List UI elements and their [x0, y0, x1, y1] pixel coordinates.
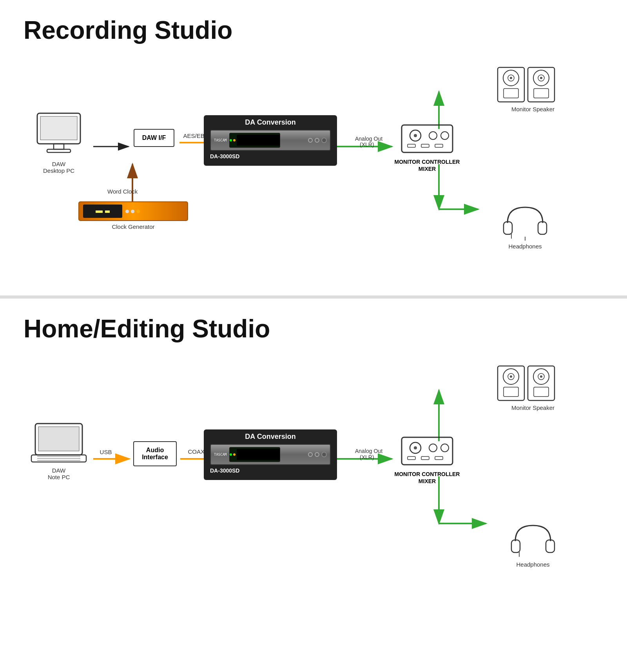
- headphones-label-2: Headphones: [516, 561, 549, 568]
- home-editing-studio-section: Home/Editing Studio USB COAXIAL: [0, 299, 627, 594]
- monitor-controller-1: MONITOR CONTROLLERMIXER: [392, 123, 462, 172]
- svg-rect-36: [534, 89, 549, 98]
- recording-studio-title: Recording Studio: [24, 16, 603, 45]
- audio-interface-box: AudioInterface: [129, 441, 181, 466]
- recording-studio-section: Recording Studio: [0, 0, 627, 295]
- svg-point-63: [429, 444, 437, 452]
- svg-rect-17: [54, 144, 64, 149]
- mixer-icon-1: [400, 123, 455, 158]
- da-conversion-title-2: DA Conversion: [210, 433, 331, 441]
- svg-rect-72: [504, 387, 518, 397]
- recording-studio-diagram: AES/EBU Word Clock Analog Out (XLR): [24, 60, 603, 280]
- svg-rect-26: [435, 144, 443, 147]
- svg-text:USB: USB: [100, 449, 112, 455]
- svg-point-21: [414, 134, 417, 137]
- headphones-icon-2: [509, 520, 556, 559]
- daw-desktop-pc: DAWDesktop PC: [27, 111, 90, 174]
- monitor-speaker-label-2: Monitor Speaker: [511, 404, 555, 411]
- svg-rect-16: [40, 116, 77, 140]
- monitor-ctrl-label-2: MONITOR CONTROLLERMIXER: [395, 471, 460, 485]
- svg-point-64: [441, 444, 449, 452]
- daw-if-label: DAW I/F: [134, 129, 174, 147]
- svg-rect-67: [435, 456, 443, 460]
- svg-point-35: [540, 77, 542, 79]
- svg-rect-24: [408, 144, 415, 147]
- home-editing-title: Home/Editing Studio: [24, 314, 603, 343]
- monitor-speaker-label-1: Monitor Speaker: [511, 106, 555, 112]
- da-device-label-2: DA-3000SD: [210, 467, 331, 474]
- svg-rect-65: [408, 456, 415, 460]
- headphones-label-1: Headphones: [508, 243, 542, 250]
- da-device-label-1: DA-3000SD: [210, 153, 331, 159]
- svg-point-30: [510, 77, 512, 79]
- daw-laptop: DAWNote PC: [27, 422, 90, 480]
- svg-rect-77: [534, 387, 549, 397]
- svg-rect-66: [421, 456, 429, 460]
- svg-point-22: [429, 132, 437, 139]
- speaker-icon-2: [496, 363, 570, 402]
- svg-text:(XLR): (XLR): [360, 141, 374, 148]
- svg-rect-19: [402, 125, 453, 152]
- daw-desktop-label: DAWDesktop PC: [43, 161, 74, 174]
- headphones-1: Headphones: [494, 201, 556, 250]
- laptop-icon: [29, 422, 88, 465]
- svg-rect-78: [511, 540, 520, 552]
- svg-rect-60: [402, 437, 453, 465]
- monitor-controller-2: MONITOR CONTROLLERMIXER: [392, 435, 462, 485]
- daw-if-box: DAW I/F: [129, 129, 179, 147]
- svg-text:(XLR): (XLR): [360, 454, 374, 460]
- desktop-pc-icon: [33, 111, 84, 158]
- svg-rect-18: [47, 149, 71, 152]
- svg-rect-73: [528, 366, 555, 400]
- svg-point-62: [414, 446, 417, 449]
- monitor-speaker-1: Monitor Speaker: [494, 64, 572, 112]
- svg-text:Analog Out: Analog Out: [355, 448, 382, 454]
- monitor-speaker-2: Monitor Speaker: [494, 363, 572, 411]
- svg-point-71: [510, 375, 512, 378]
- svg-rect-79: [546, 540, 555, 552]
- speaker-icon-1: [496, 64, 570, 103]
- da-conversion-title-1: DA Conversion: [210, 118, 331, 127]
- svg-rect-68: [498, 366, 524, 400]
- svg-point-76: [540, 375, 542, 378]
- monitor-ctrl-label-1: MONITOR CONTROLLERMIXER: [395, 158, 460, 172]
- svg-rect-27: [498, 67, 524, 102]
- headphones-icon-1: [502, 201, 549, 241]
- svg-rect-31: [504, 89, 518, 98]
- svg-rect-25: [421, 144, 429, 147]
- svg-text:Analog Out: Analog Out: [355, 136, 382, 142]
- mixer-icon-2: [400, 435, 455, 471]
- svg-rect-32: [528, 67, 555, 102]
- audio-interface-label: AudioInterface: [133, 441, 177, 466]
- section-divider: [0, 295, 627, 299]
- clock-generator: ■■■ ■■ Clock Generator: [78, 201, 188, 230]
- svg-rect-37: [504, 222, 512, 234]
- daw-laptop-label: DAWNote PC: [48, 467, 70, 480]
- svg-text:Word Clock: Word Clock: [107, 188, 138, 195]
- svg-rect-38: [538, 222, 547, 234]
- clock-gen-label: Clock Generator: [112, 223, 154, 230]
- home-editing-diagram: USB COAXIAL Analog Out (XLR): [24, 359, 603, 578]
- svg-rect-55: [38, 427, 79, 451]
- svg-point-23: [441, 132, 449, 139]
- headphones-2: Headphones: [502, 520, 564, 568]
